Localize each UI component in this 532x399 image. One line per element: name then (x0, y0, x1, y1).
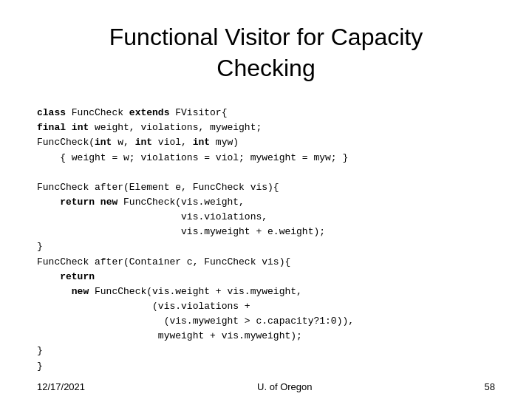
title-line2: Checking (216, 55, 315, 81)
code-line: FuncCheck after(Element e, FuncCheck vis… (37, 180, 495, 195)
code-line: final int weight, violations, myweight; (37, 120, 495, 135)
code-line: FuncCheck(int w, int viol, int myw) (37, 135, 495, 150)
code-line: FuncCheck after(Container c, FuncCheck v… (37, 255, 495, 270)
title-line1: Functional Visitor for Capacity (109, 24, 423, 50)
code-line: myweight + vis.myweight); (37, 329, 495, 344)
code-line: { weight = w; violations = viol; myweigh… (37, 151, 495, 166)
code-line: return (37, 270, 495, 284)
code-line (37, 166, 495, 180)
code-block: class FuncCheck extends FVisitor{final i… (37, 106, 495, 374)
code-line: } (37, 359, 495, 374)
code-line: class FuncCheck extends FVisitor{ (37, 106, 495, 120)
code-line: (vis.myweight > c.capacity?1:0)), (37, 314, 495, 329)
code-line: return new FuncCheck(vis.weight, (37, 195, 495, 210)
code-line: vis.myweight + e.weight); (37, 225, 495, 239)
footer-university: U. of Oregon (257, 381, 312, 392)
slide: Functional Visitor for Capacity Checking… (0, 0, 532, 399)
footer-date: 12/17/2021 (37, 381, 85, 392)
footer: 12/17/2021 U. of Oregon 58 (37, 381, 495, 392)
footer-page: 58 (485, 381, 495, 392)
code-line: } (37, 344, 495, 358)
code-line: vis.violations, (37, 210, 495, 225)
code-line: } (37, 239, 495, 254)
slide-title: Functional Visitor for Capacity Checking (37, 22, 495, 83)
code-line: new FuncCheck(vis.weight + vis.myweight, (37, 284, 495, 299)
code-line: (vis.violations + (37, 299, 495, 314)
